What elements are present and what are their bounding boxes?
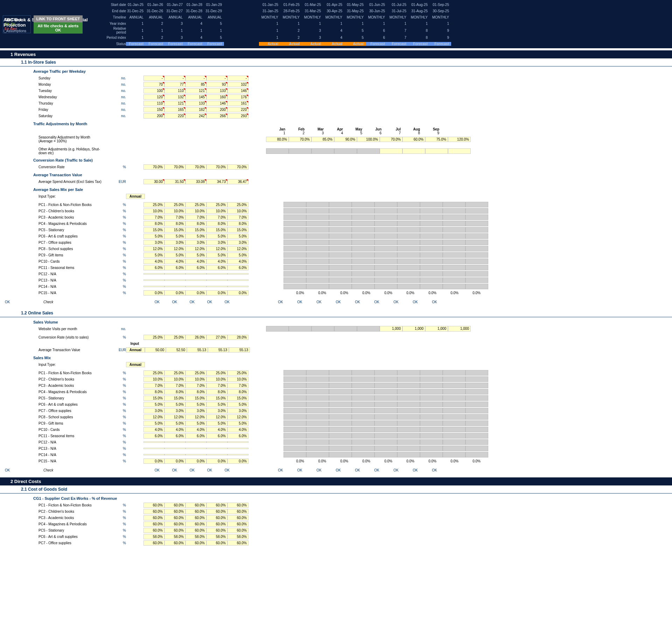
subsection-cogs: 2.1 Cost of Goods Sold — [0, 485, 672, 493]
traffic-cell[interactable]: 176 — [227, 94, 248, 100]
seasonality-label: Seasonality Adjustment by Month (Average… — [38, 135, 105, 143]
traffic-cell[interactable]: - — [227, 76, 248, 81]
online-conv-label: Conversion Rate (visits to sales) — [38, 335, 105, 340]
traffic-cell[interactable]: 293 — [227, 113, 248, 119]
group-atv: Average Transaction Value — [0, 170, 672, 178]
traffic-cell[interactable]: 121 — [164, 101, 186, 106]
group-conv: Conversion Rate (Traffic to Sale) — [0, 155, 672, 164]
link-front-sheet-button[interactable]: LINK TO FRONT SHEET — [34, 15, 83, 22]
traffic-cell[interactable]: 133 — [206, 88, 227, 93]
input-type-label: Input Type: — [38, 194, 105, 199]
traffic-cell[interactable]: - — [186, 76, 206, 81]
annual-tag[interactable]: Annual — [126, 194, 145, 199]
traffic-cell[interactable]: 146 — [206, 101, 227, 106]
traffic-cell[interactable]: 100 — [144, 88, 164, 93]
group-adj: Traffic Adjustments by Month — [0, 119, 672, 127]
traffic-cell[interactable]: 182 — [186, 107, 206, 112]
traffic-cell[interactable]: 220 — [227, 107, 248, 112]
group-cg1: CG1 - Supplier Cost Ex-Works - % of Reve… — [0, 493, 672, 502]
traffic-cell[interactable]: 266 — [206, 113, 227, 119]
group-vol: Sales Volume — [0, 317, 672, 326]
subsection-instore: 1.1 In-Store Sales — [0, 58, 672, 66]
visits-label: Website Visits per month — [38, 327, 105, 331]
traffic-cell[interactable]: 146 — [227, 88, 248, 93]
traffic-cell[interactable]: 200 — [206, 107, 227, 112]
subsection-online: 1.2 Online Sales — [0, 309, 672, 317]
tab-check-box: Tab Check OK OK Err Alert — [3, 15, 31, 33]
traffic-cell[interactable]: 102 — [227, 82, 248, 87]
traffic-cell[interactable]: 77 — [164, 82, 186, 87]
traffic-cell[interactable]: 133 — [186, 101, 206, 106]
traffic-cell[interactable]: 145 — [186, 94, 206, 100]
traffic-cell[interactable]: 161 — [227, 101, 248, 106]
traffic-cell[interactable]: 150 — [144, 107, 164, 112]
traffic-cell[interactable]: - — [164, 76, 186, 81]
group-mix: Average Sales Mix per Sale — [0, 185, 672, 193]
traffic-cell[interactable]: 110 — [164, 88, 186, 93]
traffic-cell[interactable]: 110 — [144, 101, 164, 106]
file-checks-button[interactable]: All file checks & alerts OK — [34, 22, 83, 34]
group-mix2: Sales Mix — [0, 353, 672, 361]
traffic-cell[interactable]: 120 — [144, 94, 164, 100]
other-adj-label: Other Adjustments (e.g. Holidays, Shut-d… — [38, 147, 105, 155]
traffic-cell[interactable]: 93 — [206, 82, 227, 87]
section-revenues: 1 Revenues — [0, 50, 672, 58]
traffic-cell[interactable]: 220 — [164, 113, 186, 119]
traffic-cell[interactable]: 70 — [144, 82, 164, 87]
traffic-cell[interactable]: - — [206, 76, 227, 81]
section-costs: 2 Direct Costs — [0, 477, 672, 485]
traffic-cell[interactable]: 160 — [206, 94, 227, 100]
conv-rate-label: Conversion Rate — [38, 165, 105, 169]
traffic-cell[interactable]: 200 — [144, 113, 164, 119]
atv-label: Average Spend Amount (Excl Sales Tax) — [38, 179, 105, 184]
header: ABC Book & Stationary Shop Financial Pro… — [0, 0, 672, 48]
traffic-cell[interactable]: 85 — [186, 82, 206, 87]
traffic-cell[interactable]: 121 — [186, 88, 206, 93]
traffic-cell[interactable]: - — [144, 76, 164, 81]
traffic-cell[interactable]: 242 — [186, 113, 206, 119]
online-atv-label: Average Transaction Value — [38, 348, 105, 352]
group-traffic: Average Traffic per Weekday — [0, 66, 672, 75]
traffic-cell[interactable]: 165 — [164, 107, 186, 112]
traffic-cell[interactable]: 132 — [164, 94, 186, 100]
